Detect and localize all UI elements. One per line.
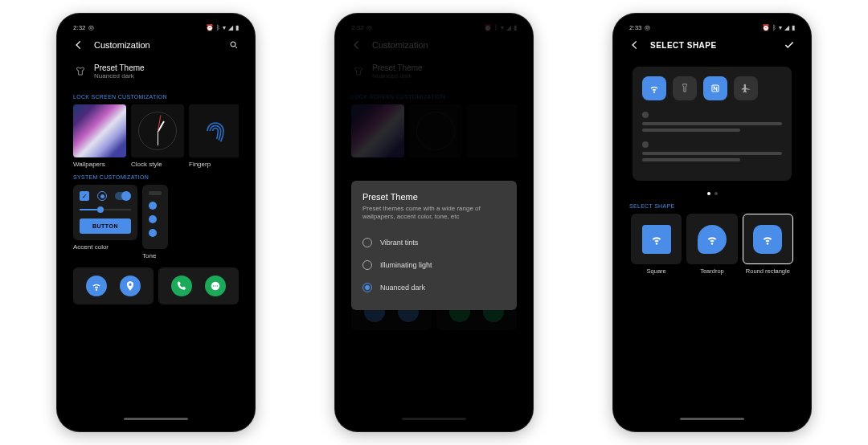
radio-icon <box>97 191 107 201</box>
button-preview: BUTTON <box>80 218 131 234</box>
option-vibrant-tints[interactable]: Vibrant tints <box>362 231 506 254</box>
preset-subtitle: Nuanced dark <box>94 72 145 80</box>
theme-icon <box>75 66 86 77</box>
option-label: Nuanced dark <box>380 284 425 292</box>
icon-card-left[interactable] <box>73 267 154 304</box>
option-nuanced-dark[interactable]: Nuanced dark <box>362 276 506 299</box>
system-cards: ✓ BUTTON Accent color <box>73 185 239 259</box>
message-circle-icon <box>205 276 226 296</box>
app-header: Customization <box>65 35 247 55</box>
radio-unchecked-icon <box>362 260 372 270</box>
section-system: System Customization <box>73 174 239 180</box>
fingerprint-preview <box>189 104 239 157</box>
svg-point-4 <box>217 285 218 286</box>
phone-circle-icon <box>171 276 192 296</box>
notif-dot-icon: ◎ <box>88 24 94 31</box>
status-time: 2:32 <box>73 24 86 31</box>
checkbox-icon: ✓ <box>80 191 89 201</box>
location-circle-icon <box>120 276 141 296</box>
notif-dot-icon: ◎ <box>645 24 650 31</box>
app-header: Select Shape <box>621 35 803 55</box>
clock-preview <box>131 104 184 157</box>
fingerprint-option[interactable]: Fingerp <box>189 104 239 168</box>
toggle-icon <box>115 192 131 200</box>
lockscreen-thumbs: Wallpapers Clock style <box>73 104 239 168</box>
accent-color-card[interactable]: ✓ BUTTON <box>73 185 137 240</box>
page-title: Customization <box>94 40 219 50</box>
status-icons: ⏰ ᛒ ▾ ◢ ▮ <box>206 24 239 31</box>
qs-wifi-tile <box>642 76 666 100</box>
option-illuminating-light[interactable]: Illuminating light <box>362 254 506 276</box>
search-icon[interactable] <box>229 40 239 50</box>
shape-label: Round rectangle <box>746 267 790 275</box>
phone-select-shape: 2:33 ◎ ⏰ ᛒ ▾ ◢ ▮ Select Shape <box>613 14 811 431</box>
wifi-circle-icon <box>86 276 107 296</box>
status-time: 2:33 <box>629 24 642 31</box>
status-bar: 2:33 ◎ ⏰ ᛒ ▾ ◢ ▮ <box>621 20 803 35</box>
confirm-icon[interactable] <box>784 39 795 51</box>
dialog-title: Preset Theme <box>362 192 506 202</box>
qs-flashlight-tile <box>673 76 697 100</box>
back-icon[interactable] <box>73 39 84 51</box>
card-label: Accent color <box>73 243 137 251</box>
shape-label: Square <box>647 267 666 275</box>
option-label: Vibrant tints <box>380 239 418 247</box>
bluetooth-icon: ᛒ <box>216 24 220 31</box>
icon-cards <box>73 267 239 304</box>
rounded-shape-icon <box>753 225 782 254</box>
gesture-bar[interactable] <box>124 418 188 420</box>
status-icons: ⏰ ᛒ ▾ ◢ ▮ <box>762 24 795 31</box>
preset-title: Preset Theme <box>94 63 145 72</box>
pager-dot-active[interactable] <box>707 192 710 195</box>
slider-icon <box>80 209 131 210</box>
alarm-icon: ⏰ <box>762 24 770 31</box>
shape-options: Square Teardrop Ro <box>629 214 795 275</box>
section-lockscreen: Lock Screen Customization <box>73 94 239 100</box>
section-select-shape: Select Shape <box>629 203 795 209</box>
shape-preview-panel <box>633 67 792 181</box>
shape-label: Teardrop <box>700 267 724 275</box>
card-label: Tone <box>142 252 168 259</box>
pager-dot[interactable] <box>714 192 718 195</box>
clock-style-option[interactable]: Clock style <box>131 104 184 168</box>
qs-preview-row <box>642 76 782 100</box>
preset-theme-dialog: Preset Theme Preset themes come with a w… <box>351 181 517 310</box>
bluetooth-icon: ᛒ <box>772 24 776 31</box>
tone-card[interactable] <box>142 185 168 249</box>
radio-unchecked-icon <box>362 238 372 247</box>
shape-option-teardrop[interactable]: Teardrop <box>686 214 737 275</box>
shape-option-round-rectangle[interactable]: Round rectangle <box>743 214 793 275</box>
svg-point-3 <box>215 285 215 286</box>
status-bar: 2:32 ◎ ⏰ ᛒ ▾ ◢ ▮ <box>65 20 247 35</box>
battery-icon: ▮ <box>235 24 239 31</box>
thumb-label: Clock style <box>131 161 184 168</box>
teardrop-shape-icon <box>698 225 727 254</box>
skeleton-row <box>642 112 782 132</box>
radio-checked-icon <box>362 283 372 292</box>
pager-dots <box>629 192 795 195</box>
qs-airplane-tile <box>734 76 758 100</box>
shape-option-square[interactable]: Square <box>631 214 682 275</box>
gesture-bar[interactable] <box>680 418 744 420</box>
svg-point-0 <box>231 42 235 47</box>
dialog-subtitle: Preset themes come with a wide range of … <box>362 205 506 222</box>
wifi-icon: ▾ <box>223 24 226 31</box>
phone-customization: 2:32 ◎ ⏰ ᛒ ▾ ◢ ▮ Customization Preset Th… <box>57 14 255 431</box>
wallpaper-preview <box>73 104 126 157</box>
signal-icon: ◢ <box>784 24 789 31</box>
wallpapers-option[interactable]: Wallpapers <box>73 104 126 168</box>
back-icon[interactable] <box>629 39 641 51</box>
battery-icon: ▮ <box>792 24 795 31</box>
phone-preset-dialog: 2:32 ◎ ⏰ ᛒ ▾ ◢ ▮ Customization Preset Th… <box>335 14 533 431</box>
qs-nfc-tile <box>703 76 727 100</box>
page-title: Select Shape <box>650 41 774 50</box>
thumb-label: Fingerp <box>189 161 239 168</box>
svg-point-2 <box>213 285 214 286</box>
alarm-icon: ⏰ <box>206 24 214 31</box>
skeleton-row <box>642 141 782 161</box>
square-shape-icon <box>642 225 671 254</box>
signal-icon: ◢ <box>228 24 233 31</box>
icon-card-right[interactable] <box>158 267 239 304</box>
wifi-icon: ▾ <box>779 24 782 31</box>
preset-theme-row[interactable]: Preset Theme Nuanced dark <box>73 55 239 88</box>
